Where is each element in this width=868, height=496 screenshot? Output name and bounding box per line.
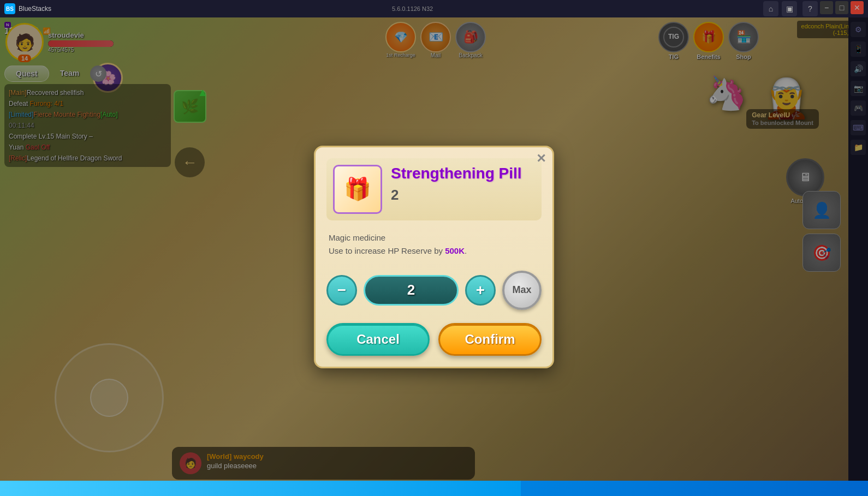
- item-desc-end: .: [465, 246, 467, 255]
- item-dialog: ✕ 🎁 Strengthening Pill 2 Magic medicine …: [314, 146, 554, 368]
- action-row: Cancel Confirm: [326, 323, 542, 356]
- quantity-minus-button[interactable]: −: [326, 275, 357, 306]
- media-button[interactable]: ▣: [782, 1, 797, 16]
- item-desc-line2: Use to increase HP Reserve by: [329, 246, 445, 255]
- quantity-plus-button[interactable]: +: [465, 275, 496, 306]
- item-title-area: Strengthening Pill 2: [391, 165, 535, 204]
- bluestacks-logo: BS: [4, 3, 15, 14]
- home-button[interactable]: ⌂: [763, 1, 778, 16]
- item-emoji: 🎁: [344, 176, 371, 202]
- minimize-button[interactable]: −: [820, 1, 833, 14]
- item-icon-box: 🎁: [333, 165, 382, 214]
- item-header: 🎁 Strengthening Pill 2: [326, 158, 542, 220]
- max-button[interactable]: Max: [502, 271, 542, 310]
- item-description: Magic medicine Use to increase HP Reserv…: [326, 231, 542, 258]
- confirm-button[interactable]: Confirm: [438, 323, 542, 356]
- bottom-bar: [0, 481, 868, 496]
- app-title: BlueStacks: [19, 5, 390, 13]
- titlebar: BS BlueStacks 5.6.0.1126 N32 ⌂ ▣ ? − □ ✕: [0, 0, 868, 17]
- restore-button[interactable]: □: [835, 1, 848, 14]
- close-button[interactable]: ✕: [851, 1, 864, 14]
- cancel-button[interactable]: Cancel: [326, 323, 430, 356]
- quantity-display[interactable]: 2: [364, 275, 459, 306]
- app-version: 5.6.0.1126 N32: [392, 5, 763, 12]
- dialog-close-button[interactable]: ✕: [536, 152, 546, 166]
- item-name: Strengthening Pill: [391, 165, 535, 182]
- help-button[interactable]: ?: [802, 1, 818, 16]
- quantity-row: − 2 + Max: [326, 271, 542, 310]
- modal-overlay: ✕ 🎁 Strengthening Pill 2 Magic medicine …: [0, 17, 868, 496]
- item-count: 2: [391, 187, 535, 204]
- item-desc-highlight: 500K: [445, 246, 465, 255]
- progress-bar: [0, 481, 521, 496]
- item-desc-line1: Magic medicine: [329, 233, 385, 242]
